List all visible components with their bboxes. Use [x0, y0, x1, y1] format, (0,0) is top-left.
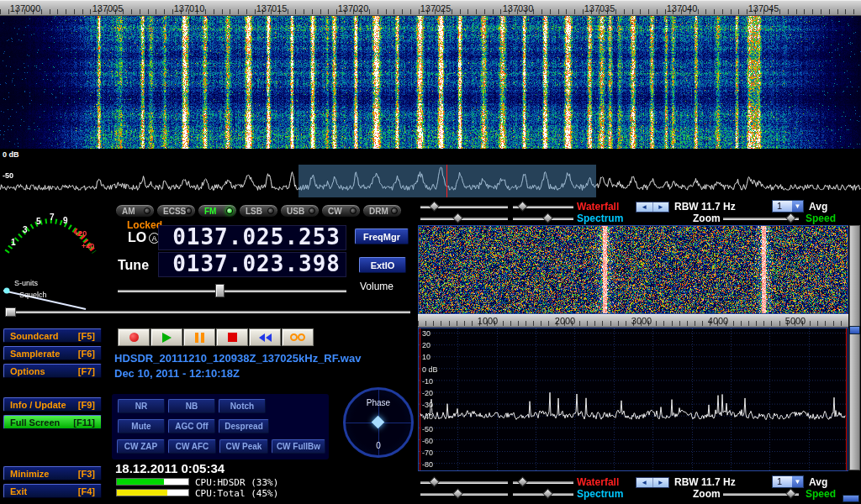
rf-waterfall-display[interactable]	[0, 0, 861, 149]
volume-slider-handle[interactable]	[215, 284, 224, 297]
options-button[interactable]: Options[F7]	[3, 364, 102, 378]
spin-right-icon[interactable]: ►	[653, 202, 669, 212]
spectrum-upper-handle-bottom[interactable]	[452, 488, 463, 499]
mode-button-cw[interactable]: CW	[321, 204, 361, 218]
spin-left-icon[interactable]: ◄	[637, 478, 653, 487]
mute-button[interactable]: Mute	[118, 419, 165, 433]
agc-button[interactable]: AGC Off	[168, 419, 215, 433]
rbw-spinner[interactable]: ◄►	[636, 202, 669, 213]
soundcard-button[interactable]: Soundcard[F5]	[3, 328, 102, 343]
despread-button[interactable]: Despread	[219, 419, 269, 433]
tune-frequency-display[interactable]: 0137.023.398	[158, 252, 346, 277]
phase-value: 0	[346, 441, 411, 450]
squelch-slider-track[interactable]	[7, 311, 410, 313]
audio-frequency-ruler[interactable]: 1000 2000 3000 4000 5000	[418, 314, 848, 328]
spin-right-icon[interactable]: ►	[653, 478, 669, 487]
audio-waterfall-display[interactable]	[419, 226, 848, 313]
corner-indicator[interactable]	[843, 495, 859, 502]
rf-db-label-top: 0 dB	[3, 150, 19, 159]
mode-button-ecss[interactable]: ECSS	[156, 204, 196, 218]
nb-button[interactable]: NB	[168, 399, 215, 413]
waterfall-lower-handle[interactable]	[517, 201, 528, 212]
rbw-spinner-bottom[interactable]: ◄►	[636, 477, 669, 488]
button-label: Full Screen	[10, 417, 60, 428]
mode-label: ECSS	[163, 207, 186, 216]
mode-label: FM	[204, 207, 216, 216]
zoom-handle-bottom[interactable]	[785, 488, 796, 499]
phase-label: Phase	[346, 398, 411, 407]
dropdown-arrow-icon[interactable]: ▼	[792, 476, 803, 487]
waterfall-label: Waterfall	[577, 201, 619, 213]
samplerate-button[interactable]: Samplerate[F6]	[3, 346, 102, 360]
cw-fullbw-button[interactable]: CW FullBw	[272, 439, 325, 454]
exit-button[interactable]: Exit[F4]	[3, 484, 102, 498]
spectrum-label: Spectrum	[577, 213, 623, 224]
avg-dropdown[interactable]: 1▼	[772, 200, 804, 213]
avg-dropdown-bottom[interactable]: 1▼	[772, 475, 804, 488]
volume-slider-track[interactable]	[118, 290, 346, 292]
s-meter-label: 5	[36, 217, 41, 226]
zoom-label: Zoom	[693, 213, 721, 224]
cw-zap-button[interactable]: CW ZAP	[117, 439, 165, 454]
mode-button-fm[interactable]: FM	[198, 204, 237, 218]
spectrum-upper-slider-bottom[interactable]	[420, 493, 508, 496]
freq-tick-label: 137005	[92, 3, 124, 13]
minimize-button[interactable]: Minimize[F3]	[3, 466, 102, 480]
cw-peak-button[interactable]: CW Peak	[219, 439, 268, 454]
rewind-button[interactable]	[249, 328, 281, 346]
spectrum-lower-handle-bottom[interactable]	[542, 488, 553, 499]
freq-tick-label: 137035	[584, 3, 615, 13]
mode-label: CW	[328, 207, 342, 216]
mode-button-drm[interactable]: DRM	[362, 204, 402, 218]
fullscreen-button[interactable]: Full Screen[F11]	[3, 415, 102, 429]
right-scrollbar[interactable]	[849, 225, 860, 470]
freqmgr-button[interactable]: FreqMgr	[355, 228, 409, 244]
volume-label: Volume	[360, 281, 394, 292]
db-scale-label: -30	[422, 401, 433, 409]
db-scale-label: -70	[422, 449, 433, 457]
mode-button-usb[interactable]: USB	[280, 204, 320, 218]
stop-button[interactable]	[216, 328, 248, 346]
hotkey-label: [F11]	[73, 417, 95, 428]
squelch-slider-handle[interactable]	[5, 307, 16, 317]
avg-value: 1	[773, 201, 792, 212]
record-button[interactable]	[118, 328, 150, 346]
mode-led-icon	[309, 207, 315, 214]
spectrum-lower-handle[interactable]	[542, 213, 553, 223]
rf-spectrum-display[interactable]: -50	[0, 165, 861, 197]
info-update-button[interactable]: Info / Update[F9]	[3, 397, 102, 412]
spectrum-upper-handle[interactable]	[452, 213, 463, 223]
mode-led-icon	[267, 207, 274, 214]
freq-tick-label: 4000	[708, 316, 728, 326]
waterfall-upper-handle-bottom[interactable]	[429, 476, 440, 487]
cw-afc-button[interactable]: CW AFC	[168, 439, 216, 454]
freq-tick-label: 137000	[10, 3, 41, 13]
freq-tick-label: 137030	[503, 3, 534, 13]
rf-frequency-ruler[interactable]: 137000 137005 137010 137015 137020 13702…	[0, 0, 861, 16]
lo-frequency-display[interactable]: 0137.025.253	[158, 225, 346, 250]
zoom-handle[interactable]	[785, 213, 796, 223]
waterfall-upper-handle[interactable]	[429, 201, 440, 212]
passband-highlight[interactable]	[298, 165, 596, 197]
loop-button[interactable]	[282, 328, 314, 346]
mode-button-lsb[interactable]: LSB	[239, 204, 278, 218]
pause-icon	[201, 333, 204, 343]
play-icon	[162, 333, 172, 343]
spin-left-icon[interactable]: ◄	[637, 202, 653, 212]
notch-button[interactable]: Notch	[219, 399, 266, 413]
s-meter-label: 3	[23, 225, 28, 234]
extio-button[interactable]: ExtIO	[359, 257, 406, 273]
mode-label: DRM	[369, 207, 388, 216]
waterfall-lower-handle-bottom[interactable]	[517, 476, 528, 487]
pause-button[interactable]	[183, 328, 215, 346]
play-button[interactable]	[151, 328, 182, 346]
spectrum-upper-slider[interactable]	[420, 218, 508, 220]
freq-tick-label: 137015	[256, 3, 288, 13]
mode-label: AM	[122, 207, 135, 216]
right-scrollbar-handle[interactable]	[849, 326, 860, 334]
dropdown-arrow-icon[interactable]: ▼	[792, 201, 803, 212]
recording-datetime: Dec 10, 2011 - 12:10:18Z	[114, 367, 240, 380]
nr-button[interactable]: NR	[118, 399, 165, 413]
audio-spectrum-display[interactable]	[419, 328, 848, 470]
mode-button-am[interactable]: AM	[115, 204, 155, 218]
